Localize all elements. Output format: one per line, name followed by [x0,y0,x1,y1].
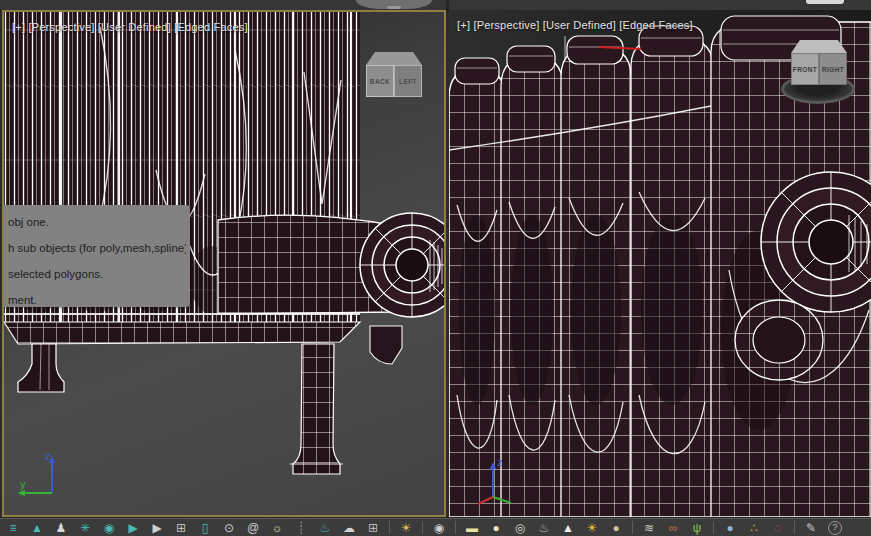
sphere-tan-icon[interactable]: ● [608,520,624,535]
sphere-box-icon[interactable]: ◉ [101,520,117,535]
bulb-icon[interactable]: ☼ [269,520,285,535]
light-monitor-icon[interactable]: ☀ [398,520,414,535]
teapot-icon[interactable]: ♨ [317,520,333,535]
upper-viewcube-ring-fragment [356,0,432,9]
toolbar-separator [422,521,423,534]
toolbar-separator [713,521,714,534]
sphere-cream-icon[interactable]: ● [488,520,504,535]
tooltip-line: ment. [8,290,186,316]
tooltip-line: obj one. [8,212,186,238]
axis-z-label: z [45,450,51,462]
axis-z-label: z [497,456,503,468]
at-icon[interactable]: @ [245,520,261,535]
film-add-icon[interactable]: ⊞ [173,520,189,535]
camera-icon[interactable]: ◉ [431,520,447,535]
material-swatch-icon[interactable]: ▬ [464,520,480,535]
door-icon[interactable]: ▯ [197,520,213,535]
viewcube-face-right[interactable]: RIGHT [819,53,847,85]
bottom-toolbar: ≡▲♟✳◉▶▶⊞▯⊙@☼┊♨☁⊞☀◉▬●◎♨▲☀●≋∞ψ●∴◌✎? [0,518,871,536]
sun-icon[interactable]: ☀ [584,520,600,535]
viewcube-face-back[interactable]: BACK [366,65,394,97]
toolbar-separator [455,521,456,534]
viewport-left-label[interactable]: [+] [Perspective] [User Defined] [Edged … [12,21,248,33]
arrow-box-icon[interactable]: ▶ [125,520,141,535]
eye-icon[interactable]: ⊙ [221,520,237,535]
character-icon[interactable]: ♟ [53,520,69,535]
help-icon[interactable]: ? [827,520,843,535]
gear-icon[interactable]: ✳ [77,520,93,535]
image-frame-icon[interactable]: ⊞ [365,520,381,535]
tooltip-line: selected polygons. [8,264,186,290]
toolbar-separator [632,521,633,534]
max-application-window: [+] [Perspective] [User Defined] [Edged … [0,0,871,536]
spheres-pair-icon[interactable]: ∞ [665,520,681,535]
axis-y-label: y [20,478,26,490]
sphere-select-icon[interactable]: ◌ [770,520,786,535]
world-axis-tripod: z y [12,449,64,501]
dotted-line-icon[interactable]: ┊ [293,520,309,535]
spheres-cluster-icon[interactable]: ∴ [746,520,762,535]
grass-icon[interactable]: ψ [689,520,705,535]
glass-sphere-icon[interactable]: ● [722,520,738,535]
ripples-icon[interactable]: ≋ [641,520,657,535]
cone-icon[interactable]: ▲ [560,520,576,535]
viewport-divider [446,0,449,10]
sphere-ring-icon[interactable]: ◎ [512,520,528,535]
script-tooltip: obj one. h sub objects (for poly,mesh,sp… [2,205,190,307]
viewcube-face-front[interactable]: FRONT [791,53,819,85]
viewport-left[interactable]: [+] [Perspective] [User Defined] [Edged … [2,10,446,517]
teapot-wire-icon[interactable]: ♨ [536,520,552,535]
viewport-right-label[interactable]: [+] [Perspective] [User Defined] [Edged … [457,19,693,31]
play-clip-icon[interactable]: ▶ [149,520,165,535]
viewcube-face-left[interactable]: LEFT [394,65,422,97]
toolbar-separator [389,521,390,534]
notes-icon[interactable]: ✎ [803,520,819,535]
schematic-view-icon[interactable]: ≡ [5,520,21,535]
cloud-icon[interactable]: ☁ [341,520,357,535]
viewport-right[interactable]: [+] [Perspective] [User Defined] [Edged … [449,10,871,517]
tree-view-icon[interactable]: ▲ [29,520,45,535]
world-axis-tripod: z [471,453,515,509]
viewcube-top-face[interactable] [366,52,422,65]
upper-viewport-fragment [806,0,844,4]
tooltip-line: h sub objects (for poly,mesh,spline). [8,238,186,264]
toolbar-separator [794,521,795,534]
viewcube-top-face[interactable] [791,40,847,53]
